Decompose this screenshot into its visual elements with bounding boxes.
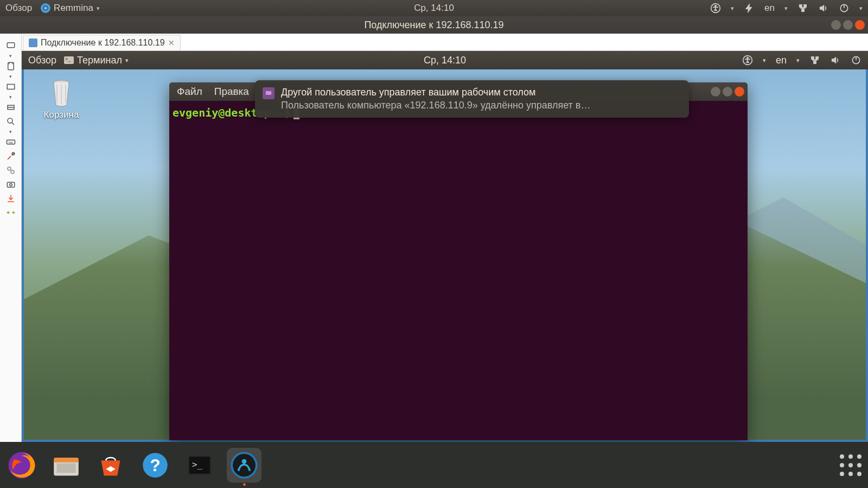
terminal-minimize-button[interactable] [711, 87, 720, 97]
svg-text:?: ? [150, 455, 160, 474]
toolbar-fullscreen-button[interactable] [4, 80, 17, 93]
svg-point-37 [242, 459, 247, 464]
tab-label: Подключение к 192.168.110.19 [41, 38, 165, 48]
host-clock[interactable]: Ср, 14:10 [414, 3, 454, 14]
svg-rect-12 [7, 140, 15, 144]
dock-remmina[interactable] [227, 448, 261, 483]
svg-rect-9 [7, 85, 15, 89]
chevron-down-icon[interactable]: ▾ [9, 53, 12, 59]
remote-app-menu[interactable]: Терминал ▾ [64, 55, 129, 66]
toolbar-fit-button[interactable] [4, 101, 17, 114]
terminal-menu-edit[interactable]: Правка [214, 86, 249, 98]
tab-close-button[interactable]: ✕ [168, 38, 175, 47]
vnc-tab-icon [29, 38, 37, 47]
terminal-body[interactable]: evgeniy@desktop:~$ [169, 101, 748, 440]
chevron-down-icon: ▾ [784, 5, 788, 12]
svg-rect-5 [802, 9, 805, 12]
screen-sharing-notification[interactable]: Другой пользователь управляет вашим рабо… [255, 80, 689, 118]
svg-rect-22 [814, 61, 816, 64]
trash-icon [48, 78, 74, 107]
volume-icon[interactable] [818, 3, 829, 14]
chevron-down-icon: ▾ [97, 5, 100, 12]
dock-running-indicator [243, 483, 246, 486]
svg-rect-20 [811, 56, 814, 59]
svg-point-11 [8, 118, 12, 123]
dock-help[interactable]: ? [138, 448, 173, 483]
svg-rect-28 [54, 458, 79, 463]
remote-lang-indicator[interactable]: en [776, 55, 787, 66]
chevron-down-icon: ▾ [859, 5, 863, 12]
dock-terminal[interactable]: >_ [182, 448, 217, 483]
svg-rect-7 [7, 43, 15, 48]
dock-files[interactable] [49, 448, 84, 483]
dock-firefox[interactable] [4, 448, 39, 483]
dock-software[interactable] [93, 448, 128, 483]
toolbar-preferences-button[interactable] [4, 164, 17, 177]
power-icon[interactable] [851, 55, 861, 66]
svg-rect-21 [816, 56, 819, 59]
desktop-trash-label: Корзина [38, 110, 85, 120]
toolbar-download-button[interactable] [4, 192, 17, 205]
dock-show-applications[interactable] [838, 452, 864, 478]
remmina-app-icon [41, 3, 50, 13]
svg-point-19 [746, 57, 748, 59]
accessibility-icon[interactable] [710, 3, 721, 14]
host-top-bar: Обзор Remmina ▾ Ср, 14:10 ▾ en ▾ ▾ [0, 0, 868, 16]
remmina-window-titlebar: Подключение к 192.168.110.19 [0, 16, 868, 34]
connection-tab[interactable]: Подключение к 192.168.110.19 ✕ [23, 35, 181, 50]
connection-tab-bar: Подключение к 192.168.110.19 ✕ [22, 34, 868, 51]
svg-rect-3 [799, 4, 802, 7]
thunderbolt-icon[interactable] [744, 3, 755, 14]
power-icon[interactable] [839, 3, 850, 14]
toolbar-scale-button[interactable] [4, 39, 17, 52]
toolbar-disconnect-button[interactable] [4, 206, 17, 219]
svg-rect-16 [7, 182, 15, 187]
svg-point-2 [714, 5, 716, 7]
svg-rect-25 [266, 91, 272, 95]
terminal-maximize-button[interactable] [723, 87, 732, 97]
remmina-toolbar: ▾ ▾ ▾ ▾ [0, 34, 22, 442]
notification-body: Пользователь компьютера «192.168.110.9» … [281, 99, 590, 112]
remote-desktop-viewport[interactable]: Обзор Терминал ▾ Ср, 14:10 ▾ en ▾ [22, 51, 868, 442]
toolbar-keyboard-button[interactable] [4, 136, 17, 149]
terminal-icon [64, 56, 74, 64]
host-app-menu[interactable]: Remmina ▾ [41, 3, 100, 14]
remote-clock[interactable]: Ср, 14:10 [424, 55, 466, 66]
desktop-trash[interactable]: Корзина [38, 78, 85, 120]
toolbar-zoom-button[interactable] [4, 115, 17, 128]
host-overview-button[interactable]: Обзор [5, 3, 32, 14]
window-close-button[interactable] [855, 20, 865, 30]
volume-icon[interactable] [830, 55, 841, 66]
host-app-name: Remmina [54, 3, 93, 14]
toolbar-grab-button[interactable] [4, 60, 17, 73]
chevron-down-icon: ▾ [125, 57, 129, 64]
network-icon[interactable] [809, 55, 820, 66]
terminal-menu-file[interactable]: Файл [177, 86, 202, 98]
host-dock: ? >_ [0, 442, 868, 488]
terminal-close-button[interactable] [735, 87, 744, 97]
chevron-down-icon[interactable]: ▾ [9, 74, 12, 79]
remote-top-bar: Обзор Терминал ▾ Ср, 14:10 ▾ en ▾ [22, 51, 868, 69]
remote-app-name: Терминал [77, 55, 122, 66]
chevron-down-icon: ▾ [796, 57, 800, 64]
svg-point-17 [9, 184, 12, 187]
terminal-window[interactable]: Файл Правка evgeniy@desktop:~$ [169, 82, 748, 440]
svg-rect-4 [804, 4, 807, 7]
svg-point-14 [8, 167, 11, 170]
remote-overview-button[interactable]: Обзор [28, 55, 56, 66]
svg-point-15 [11, 170, 14, 174]
network-icon[interactable] [797, 3, 808, 14]
toolbar-tools-button[interactable] [4, 150, 17, 163]
chevron-down-icon: ▾ [731, 5, 734, 12]
toolbar-screenshot-button[interactable] [4, 178, 17, 191]
window-title: Подключение к 192.168.110.19 [364, 20, 503, 31]
chevron-down-icon[interactable]: ▾ [9, 129, 12, 134]
window-minimize-button[interactable] [831, 20, 841, 30]
accessibility-icon[interactable] [742, 55, 753, 66]
chevron-down-icon[interactable]: ▾ [9, 94, 12, 100]
svg-rect-29 [57, 463, 76, 473]
host-lang-indicator[interactable]: en [764, 3, 775, 14]
svg-text:>_: >_ [192, 459, 202, 469]
window-maximize-button[interactable] [843, 20, 853, 30]
screen-share-icon [263, 87, 275, 99]
